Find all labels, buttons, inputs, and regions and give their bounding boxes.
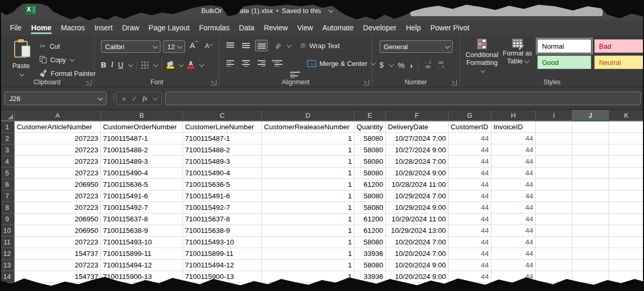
cell-E11[interactable]: 58080 (354, 237, 386, 248)
menu-tab-data[interactable]: Data (234, 21, 259, 36)
cut-button[interactable]: ✂ Cut (40, 41, 60, 51)
cell-G6[interactable]: 44 (448, 179, 491, 191)
cell-D6[interactable]: 1 (262, 179, 354, 191)
row-header-7[interactable]: 7 (0, 191, 15, 202)
cell-E12[interactable]: 33936 (354, 248, 386, 260)
cell-H9[interactable]: 44 (491, 214, 536, 225)
column-header-B[interactable]: B (101, 110, 183, 121)
column-header-C[interactable]: C (183, 110, 262, 121)
paste-button[interactable]: Paste (7, 40, 34, 84)
cell-K5[interactable] (609, 167, 644, 179)
cell-D1[interactable]: CustomerRealeaseNumber (262, 121, 354, 133)
column-header-G[interactable]: G (448, 110, 491, 121)
cell-B1[interactable]: CustomerOrderNumber (101, 121, 183, 133)
cell-J4[interactable] (572, 156, 609, 167)
cell-G3[interactable]: 44 (448, 144, 491, 156)
cell-J12[interactable] (572, 248, 609, 260)
cell-C2[interactable]: 7100115487-1 (183, 133, 262, 144)
cell-H2[interactable]: 44 (491, 133, 536, 144)
cell-E6[interactable]: 61200 (354, 179, 386, 191)
cell-H5[interactable]: 44 (491, 167, 536, 179)
row-header-12[interactable]: 12 (0, 248, 15, 260)
cell-G5[interactable]: 44 (448, 167, 491, 179)
cell-D4[interactable]: 1 (262, 156, 354, 167)
cell-I1[interactable] (536, 121, 572, 133)
percent-format-button[interactable]: % (398, 61, 405, 70)
number-format-select[interactable]: General (380, 40, 453, 53)
merge-center-button[interactable]: ↔ Merge & Center (307, 58, 374, 69)
cell-H4[interactable]: 44 (491, 156, 536, 167)
cell-J9[interactable] (572, 214, 609, 225)
cell-K12[interactable] (609, 248, 644, 260)
cell-F9[interactable]: 10/29/2024 11:00 (386, 214, 448, 225)
cell-F4[interactable]: 10/28/2024 7:00 (386, 156, 448, 167)
borders-button[interactable] (142, 62, 148, 69)
menu-tab-file[interactable]: File (5, 21, 27, 36)
cell-A13[interactable]: 207223 (15, 260, 101, 271)
decrease-decimal-button[interactable]: .00→.0 (436, 61, 444, 69)
formula-bar-chevron-icon[interactable] (153, 95, 158, 100)
conditional-formatting-chevron-icon[interactable] (480, 68, 485, 73)
column-header-H[interactable]: H (491, 110, 536, 121)
enter-button[interactable]: ✓ (132, 95, 137, 103)
cell-C8[interactable]: 7100115492-7 (183, 202, 262, 214)
cell-A7[interactable]: 207223 (15, 191, 101, 202)
cell-C13[interactable]: 7100115494-12 (183, 260, 262, 271)
cell-K11[interactable] (609, 237, 644, 248)
cell-J2[interactable] (572, 133, 609, 144)
cell-style-good[interactable]: Good (537, 55, 591, 69)
cell-K9[interactable] (609, 214, 644, 225)
format-as-table-button[interactable]: Format asTable (501, 39, 534, 65)
font-dialog-launcher[interactable]: ↘ (211, 80, 216, 85)
cell-C12[interactable]: 7100115899-11 (183, 248, 262, 260)
cell-F13[interactable]: 10/20/2024 9:00 (386, 260, 448, 271)
column-header-I[interactable]: I (536, 110, 572, 121)
align-right-button[interactable] (255, 58, 268, 69)
cell-E8[interactable]: 58080 (354, 202, 386, 214)
cell-C10[interactable]: 7100115638-9 (183, 225, 262, 237)
cell-B3[interactable]: 7100115488-2 (101, 144, 183, 156)
cell-A9[interactable]: 206950 (15, 214, 101, 225)
cell-D10[interactable]: 1 (262, 225, 354, 237)
cell-B2[interactable]: 7100115487-1 (101, 133, 183, 144)
cell-G8[interactable]: 44 (448, 202, 491, 214)
cell-G10[interactable]: 44 (448, 225, 491, 237)
cell-A2[interactable]: 207223 (15, 133, 101, 144)
cell-C7[interactable]: 7100115491-6 (183, 191, 262, 202)
underline-button[interactable]: U (118, 61, 123, 69)
cell-H11[interactable]: 44 (491, 237, 536, 248)
row-header-6[interactable]: 6 (0, 179, 15, 191)
row-header-8[interactable]: 8 (0, 202, 15, 214)
cell-I5[interactable] (536, 167, 572, 179)
orientation-button[interactable]: ab (272, 40, 284, 51)
orientation-chevron-icon[interactable] (286, 42, 292, 48)
clipboard-dialog-launcher[interactable]: ↘ (86, 80, 91, 85)
cell-A4[interactable]: 207223 (15, 156, 101, 167)
menu-tab-home[interactable]: Home (27, 21, 56, 36)
row-header-1[interactable]: 1 (0, 121, 15, 133)
cell-G13[interactable]: 44 (448, 260, 491, 271)
cell-E5[interactable]: 58080 (354, 167, 386, 179)
increase-decimal-button[interactable]: ←.0.00 (423, 61, 431, 69)
select-all-corner[interactable] (0, 110, 15, 121)
cell-I13[interactable] (536, 260, 572, 271)
cell-A5[interactable]: 207223 (15, 167, 101, 179)
cell-D9[interactable]: 1 (262, 214, 354, 225)
cell-B10[interactable]: 7100115638-9 (101, 225, 183, 237)
menu-tab-power-pivot[interactable]: Power Pivot (426, 21, 474, 36)
menu-tab-page-layout[interactable]: Page Layout (144, 21, 194, 36)
font-color-button[interactable]: A (187, 61, 194, 69)
cell-D7[interactable]: 1 (262, 191, 354, 202)
cell-I12[interactable] (536, 248, 572, 260)
cell-H6[interactable]: 44 (491, 179, 536, 191)
number-dialog-launcher[interactable]: ↘ (451, 80, 457, 85)
cell-E4[interactable]: 58080 (354, 156, 386, 167)
cell-B11[interactable]: 7100115493-10 (101, 237, 183, 248)
cell-A6[interactable]: 206950 (15, 179, 101, 191)
cell-F7[interactable]: 10/29/2024 7:00 (386, 191, 448, 202)
column-header-F[interactable]: F (386, 110, 448, 121)
menu-tab-help[interactable]: Help (401, 21, 426, 36)
cell-H10[interactable]: 44 (491, 225, 536, 237)
cell-E2[interactable]: 58080 (354, 133, 386, 144)
cell-F2[interactable]: 10/27/2024 7:00 (386, 133, 448, 144)
